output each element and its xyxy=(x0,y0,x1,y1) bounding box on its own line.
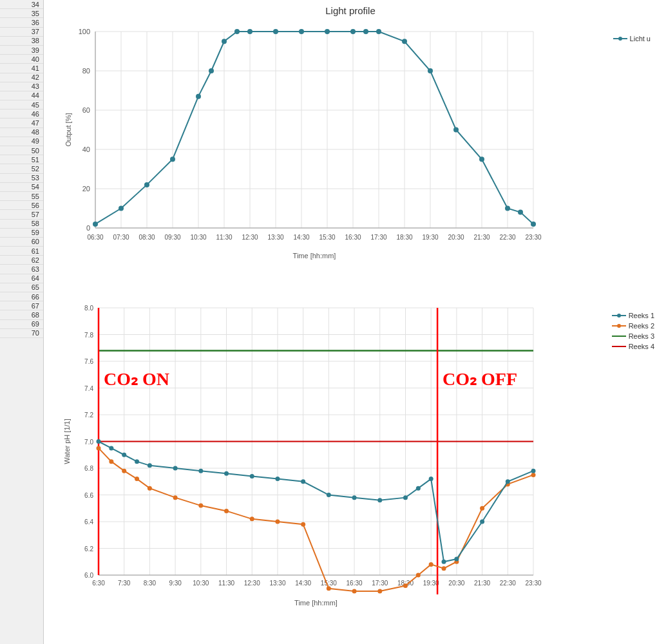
svg-text:7.4: 7.4 xyxy=(84,385,93,392)
main-content: Light profile 02040608010006:3007:3008:3… xyxy=(44,0,657,644)
svg-text:20:30: 20:30 xyxy=(448,234,464,241)
svg-point-174 xyxy=(198,469,203,473)
svg-point-74 xyxy=(531,222,536,227)
svg-text:07:30: 07:30 xyxy=(113,234,129,241)
svg-point-54 xyxy=(119,206,124,211)
svg-text:09:30: 09:30 xyxy=(164,234,180,241)
svg-point-65 xyxy=(350,29,356,34)
svg-text:60: 60 xyxy=(82,106,90,114)
svg-point-159 xyxy=(377,589,382,593)
svg-point-161 xyxy=(416,573,421,578)
svg-text:19:30: 19:30 xyxy=(422,234,438,241)
svg-text:Time [hh:mm]: Time [hh:mm] xyxy=(294,599,338,607)
svg-point-182 xyxy=(403,495,408,500)
svg-point-66 xyxy=(363,29,368,34)
svg-text:8:30: 8:30 xyxy=(144,580,157,587)
legend-item-reeks1: Reeks 1 xyxy=(612,312,654,319)
svg-point-168 xyxy=(97,439,101,444)
svg-text:7.2: 7.2 xyxy=(84,412,93,419)
svg-point-60 xyxy=(234,29,240,34)
legend-item-reeks2: Reeks 2 xyxy=(612,322,654,330)
svg-text:23:30: 23:30 xyxy=(525,580,541,587)
svg-point-167 xyxy=(531,473,536,477)
svg-text:16:30: 16:30 xyxy=(347,580,363,587)
svg-text:11:30: 11:30 xyxy=(218,580,234,587)
charts-area: Light profile 02040608010006:3007:3008:3… xyxy=(44,0,657,644)
svg-point-68 xyxy=(402,39,407,44)
svg-text:7:30: 7:30 xyxy=(118,580,131,587)
svg-point-193 xyxy=(617,324,621,328)
svg-point-67 xyxy=(376,29,381,34)
svg-point-181 xyxy=(377,498,382,502)
svg-point-188 xyxy=(506,479,510,484)
svg-text:9:30: 9:30 xyxy=(169,580,182,587)
svg-text:7.6: 7.6 xyxy=(84,358,93,365)
svg-text:13:30: 13:30 xyxy=(267,234,283,241)
svg-point-59 xyxy=(222,39,227,44)
svg-point-177 xyxy=(275,477,280,481)
svg-point-172 xyxy=(148,463,152,468)
svg-text:CO₂ OFF: CO₂ OFF xyxy=(443,369,517,389)
svg-text:Water pH [1/1]: Water pH [1/1] xyxy=(63,419,71,464)
svg-text:11:30: 11:30 xyxy=(216,234,232,241)
svg-point-189 xyxy=(531,469,536,473)
svg-point-147 xyxy=(109,459,113,464)
svg-point-178 xyxy=(301,479,305,484)
row-numbers: 3435363738394041424344454647484950515253… xyxy=(0,0,44,644)
svg-point-162 xyxy=(429,562,433,567)
svg-text:15:30: 15:30 xyxy=(321,580,337,587)
svg-point-169 xyxy=(109,446,113,450)
legend-label-reeks1: Reeks 1 xyxy=(629,312,654,319)
svg-point-173 xyxy=(173,466,178,471)
svg-point-160 xyxy=(403,583,408,588)
svg-point-69 xyxy=(428,68,433,73)
svg-point-165 xyxy=(480,506,484,511)
svg-point-179 xyxy=(327,493,331,497)
svg-point-158 xyxy=(352,589,357,593)
svg-text:100: 100 xyxy=(79,28,90,35)
svg-point-70 xyxy=(453,128,459,133)
svg-text:6:30: 6:30 xyxy=(92,580,105,587)
legend-label-licht: Licht u xyxy=(630,35,651,43)
svg-point-76 xyxy=(618,37,622,41)
svg-text:20: 20 xyxy=(82,185,90,193)
svg-text:80: 80 xyxy=(82,67,90,75)
svg-text:23:30: 23:30 xyxy=(525,234,541,241)
svg-point-150 xyxy=(148,486,152,491)
svg-text:6.4: 6.4 xyxy=(84,518,93,526)
svg-text:6.2: 6.2 xyxy=(84,545,93,553)
svg-text:15:30: 15:30 xyxy=(319,234,335,241)
chart2-svg: 6.06.26.46.66.87.07.27.47.67.88.06:307:3… xyxy=(57,295,585,611)
svg-text:12:30: 12:30 xyxy=(244,580,260,587)
svg-point-163 xyxy=(442,566,446,571)
legend-item-reeks4: Reeks 4 xyxy=(612,343,654,350)
svg-text:6.0: 6.0 xyxy=(84,572,93,579)
svg-rect-77 xyxy=(57,295,585,611)
legend-label-reeks2: Reeks 2 xyxy=(629,322,654,330)
svg-point-157 xyxy=(327,586,331,591)
svg-point-171 xyxy=(135,459,139,464)
svg-text:12:30: 12:30 xyxy=(242,234,258,241)
chart1-container: Light profile 02040608010006:3007:3008:3… xyxy=(44,3,657,292)
svg-point-170 xyxy=(122,453,126,457)
svg-text:10:30: 10:30 xyxy=(190,234,206,241)
svg-point-175 xyxy=(224,471,229,476)
svg-point-151 xyxy=(173,495,178,500)
svg-point-63 xyxy=(299,29,304,34)
svg-point-71 xyxy=(479,156,484,162)
chart1-legend: Licht u xyxy=(613,35,651,45)
svg-text:6.8: 6.8 xyxy=(84,465,93,472)
svg-point-55 xyxy=(144,182,149,187)
svg-point-53 xyxy=(93,222,98,227)
chart1-svg: 02040608010006:3007:3008:3009:3010:3011:… xyxy=(57,19,585,263)
svg-text:10:30: 10:30 xyxy=(193,580,209,587)
svg-point-154 xyxy=(250,516,254,521)
svg-point-176 xyxy=(250,474,254,478)
svg-text:6.6: 6.6 xyxy=(84,492,93,499)
svg-point-64 xyxy=(325,29,330,34)
svg-text:14:30: 14:30 xyxy=(293,234,309,241)
svg-point-152 xyxy=(198,504,203,508)
chart2-container: 6.06.26.46.66.87.07.27.47.67.88.06:307:3… xyxy=(44,292,657,634)
svg-text:17:30: 17:30 xyxy=(370,234,386,241)
svg-point-58 xyxy=(209,68,214,73)
